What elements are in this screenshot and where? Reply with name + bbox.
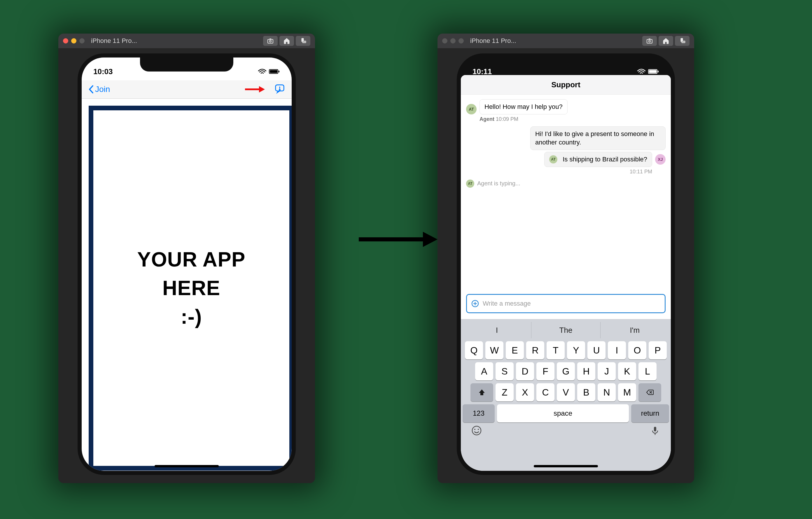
zoom-window-icon[interactable] xyxy=(79,38,85,44)
transition-arrow-icon xyxy=(356,228,437,252)
key-o[interactable]: O xyxy=(628,341,646,359)
key-space[interactable]: space xyxy=(497,404,629,422)
message-input-placeholder: Write a message xyxy=(483,300,531,307)
key-k[interactable]: K xyxy=(618,362,636,380)
backspace-icon xyxy=(646,388,654,397)
svg-point-13 xyxy=(279,89,280,90)
key-return[interactable]: return xyxy=(631,404,669,422)
screenshot-button[interactable] xyxy=(642,36,657,46)
suggestion-2[interactable]: The xyxy=(531,322,600,338)
chevron-left-icon xyxy=(88,85,94,94)
key-b[interactable]: B xyxy=(577,383,595,401)
back-label: Join xyxy=(95,85,110,94)
battery-icon xyxy=(648,69,659,75)
key-q[interactable]: Q xyxy=(465,341,483,359)
key-l[interactable]: L xyxy=(638,362,657,380)
nav-bar: Join xyxy=(82,80,292,99)
key-x[interactable]: X xyxy=(516,383,534,401)
window-title: iPhone 11 Pro... xyxy=(470,37,516,45)
svg-point-28 xyxy=(478,429,479,430)
zoom-window-icon[interactable] xyxy=(459,38,464,44)
emoji-button[interactable] xyxy=(471,425,482,437)
window-title: iPhone 11 Pro... xyxy=(91,37,137,45)
key-m[interactable]: M xyxy=(618,383,636,401)
svg-rect-17 xyxy=(682,41,685,43)
key-s[interactable]: S xyxy=(496,362,514,380)
home-indicator[interactable] xyxy=(154,465,219,467)
key-numbers[interactable]: 123 xyxy=(463,404,495,422)
svg-rect-2 xyxy=(268,39,273,43)
key-c[interactable]: C xyxy=(536,383,554,401)
key-a[interactable]: A xyxy=(475,362,493,380)
avatar-agent: AT xyxy=(466,104,476,114)
screenshot-button[interactable] xyxy=(263,36,278,46)
svg-rect-8 xyxy=(279,71,280,73)
home-button[interactable] xyxy=(659,36,673,46)
key-backspace[interactable] xyxy=(638,383,661,401)
minimize-window-icon[interactable] xyxy=(71,38,77,44)
suggestion-3[interactable]: I'm xyxy=(600,322,669,338)
keyboard: I The I'm Q W E R T Y U I xyxy=(461,319,671,471)
support-chat-button[interactable] xyxy=(274,83,285,95)
key-d[interactable]: D xyxy=(516,362,534,380)
message-meta-agent: Agent 10:09 PM xyxy=(480,116,666,122)
home-button[interactable] xyxy=(280,36,294,46)
key-z[interactable]: Z xyxy=(496,383,514,401)
svg-rect-5 xyxy=(302,41,306,43)
placeholder-line-3: :-) xyxy=(181,302,202,331)
simulator-window-left: iPhone 11 Pro... 10:03 xyxy=(58,33,315,483)
rotate-button[interactable] xyxy=(296,36,310,46)
key-w[interactable]: W xyxy=(485,341,503,359)
minimize-window-icon[interactable] xyxy=(450,38,456,44)
svg-point-27 xyxy=(474,429,475,430)
key-v[interactable]: V xyxy=(557,383,575,401)
svg-point-26 xyxy=(472,426,481,435)
avatar-agent-small: AT xyxy=(466,180,474,188)
suggestion-1[interactable]: I xyxy=(463,322,531,338)
key-t[interactable]: T xyxy=(547,341,565,359)
message-bubble-user-2: AT Is shipping to Brazil possible? xyxy=(544,152,652,167)
dictation-button[interactable] xyxy=(650,425,660,437)
key-g[interactable]: G xyxy=(557,362,575,380)
home-indicator[interactable] xyxy=(534,465,598,467)
battery-icon xyxy=(269,69,280,75)
key-y[interactable]: Y xyxy=(567,341,585,359)
status-time: 10:03 xyxy=(93,67,113,76)
wifi-icon xyxy=(258,69,267,75)
key-h[interactable]: H xyxy=(577,362,595,380)
message-row-user-2: AT Is shipping to Brazil possible? XJ xyxy=(466,152,666,167)
shift-icon xyxy=(478,388,486,397)
add-attachment-icon[interactable] xyxy=(471,300,479,308)
wifi-icon xyxy=(637,69,646,75)
back-button[interactable]: Join xyxy=(88,85,110,94)
key-shift[interactable] xyxy=(470,383,493,401)
titlebar-right: iPhone 11 Pro... xyxy=(437,33,694,48)
close-window-icon[interactable] xyxy=(442,38,447,44)
typing-text: Agent is typing... xyxy=(477,180,520,187)
key-u[interactable]: U xyxy=(587,341,606,359)
key-p[interactable]: P xyxy=(649,341,667,359)
key-f[interactable]: F xyxy=(536,362,554,380)
close-window-icon[interactable] xyxy=(63,38,68,44)
microphone-icon xyxy=(650,425,660,436)
key-e[interactable]: E xyxy=(506,341,524,359)
message-input[interactable]: Write a message xyxy=(466,294,666,313)
device-notch xyxy=(519,57,612,72)
placeholder-line-1: YOUR APP xyxy=(137,245,245,274)
placeholder-line-2: HERE xyxy=(163,274,220,302)
emoji-icon xyxy=(471,425,482,436)
key-i[interactable]: I xyxy=(608,341,626,359)
svg-point-3 xyxy=(269,40,271,42)
chat-bubble-icon xyxy=(274,83,285,94)
key-n[interactable]: N xyxy=(598,383,616,401)
app-placeholder-frame: YOUR APP HERE :-) xyxy=(89,106,292,470)
message-time-user: 10:11 PM xyxy=(466,169,652,175)
key-r[interactable]: R xyxy=(526,341,544,359)
svg-marker-1 xyxy=(423,232,437,247)
svg-rect-29 xyxy=(654,427,656,431)
svg-rect-7 xyxy=(270,70,278,73)
rotate-button[interactable] xyxy=(675,36,690,46)
message-bubble-agent: Hello! How may I help you? xyxy=(480,99,568,114)
key-j[interactable]: J xyxy=(598,362,616,380)
svg-rect-19 xyxy=(649,70,657,73)
